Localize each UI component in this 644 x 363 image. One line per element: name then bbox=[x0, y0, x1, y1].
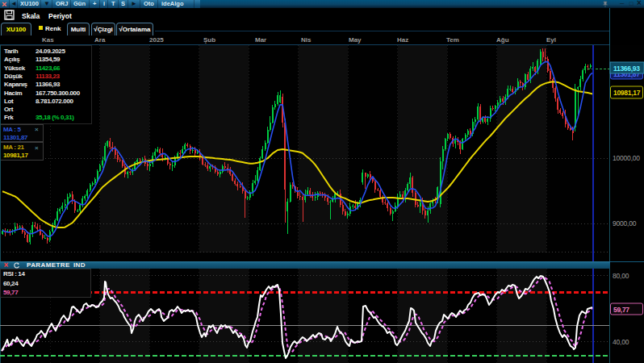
svg-text:PARAMETRE: PARAMETRE bbox=[27, 261, 70, 269]
svg-text:167.750.300.000: 167.750.300.000 bbox=[36, 90, 81, 97]
svg-text:×: × bbox=[35, 126, 39, 133]
svg-text:Düşük: Düşük bbox=[4, 73, 23, 80]
svg-text:Ort: Ort bbox=[4, 106, 14, 113]
svg-text:40,00: 40,00 bbox=[613, 338, 629, 346]
svg-text:10000,00: 10000,00 bbox=[613, 154, 640, 162]
svg-text:80,00: 80,00 bbox=[613, 272, 629, 280]
svg-text:RSI : 14: RSI : 14 bbox=[3, 270, 25, 277]
svg-text:35,18 (% 0,31): 35,18 (% 0,31) bbox=[36, 114, 74, 121]
svg-text:11301,87: 11301,87 bbox=[3, 134, 28, 141]
svg-text:24.09.2025: 24.09.2025 bbox=[36, 48, 65, 55]
svg-text:Kapanış: Kapanış bbox=[4, 81, 28, 88]
svg-text:Açılış: Açılış bbox=[4, 56, 20, 63]
svg-text:Hacim: Hacim bbox=[4, 90, 22, 97]
svg-text:10981,17: 10981,17 bbox=[613, 89, 641, 97]
svg-text:×: × bbox=[35, 144, 39, 152]
svg-text:59,77: 59,77 bbox=[3, 289, 19, 296]
svg-text:Tarih: Tarih bbox=[4, 48, 19, 55]
svg-text:10981,17: 10981,17 bbox=[3, 152, 28, 159]
svg-text:11366,93: 11366,93 bbox=[613, 65, 640, 73]
svg-text:MA : 5: MA : 5 bbox=[3, 126, 22, 133]
svg-text:59,77: 59,77 bbox=[613, 306, 629, 314]
svg-text:9000,00: 9000,00 bbox=[613, 219, 637, 227]
svg-text:Yüksek: Yüksek bbox=[4, 65, 26, 72]
svg-text:11366,93: 11366,93 bbox=[36, 81, 61, 88]
svg-text:11423,66: 11423,66 bbox=[36, 65, 61, 72]
svg-text:11133,23: 11133,23 bbox=[36, 73, 61, 80]
svg-text:×: × bbox=[4, 261, 9, 269]
svg-text:Lot: Lot bbox=[4, 98, 14, 105]
svg-text:11354,59: 11354,59 bbox=[36, 56, 61, 63]
svg-text:IND: IND bbox=[73, 261, 86, 269]
svg-text:60,24: 60,24 bbox=[3, 280, 19, 287]
svg-text:Frk: Frk bbox=[4, 114, 14, 121]
svg-text:8.781.072.000: 8.781.072.000 bbox=[36, 98, 74, 105]
svg-text:MA : 21: MA : 21 bbox=[3, 144, 25, 151]
